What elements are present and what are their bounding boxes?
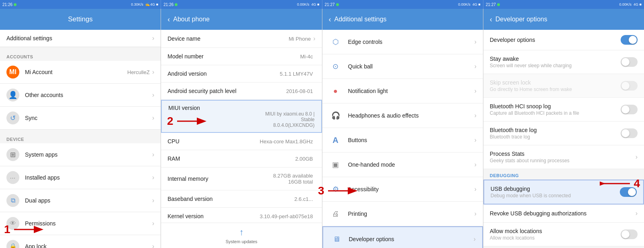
- about-back-btn[interactable]: ‹: [167, 15, 170, 24]
- status-bar-screen2: 21:26 0.00K/s 4G ■: [161, 0, 322, 9]
- revoke-usb-title: Revoke USB debugging authorizations: [490, 210, 636, 217]
- add-item-headphones[interactable]: 🎧 Headphones & audio effects ›: [322, 103, 483, 128]
- mock-loc-toggle[interactable]: [621, 229, 638, 239]
- dev-item-developer-toggle[interactable]: Developer options: [483, 30, 644, 50]
- developer-options-arrow: ›: [473, 236, 475, 243]
- installed-apps-arrow: ›: [152, 174, 154, 181]
- other-accounts-text: Other accounts: [25, 92, 152, 98]
- settings-item-system-apps[interactable]: ⊞ System apps ›: [0, 143, 161, 166]
- about-item-baseband[interactable]: Baseband version 2.6.c1...: [161, 190, 322, 208]
- one-handed-icon: ▣: [329, 158, 343, 172]
- dev-item-bt-hci[interactable]: Bluetooth HCI snoop log Capture all Blue…: [483, 98, 644, 122]
- system-apps-title: System apps: [25, 151, 152, 158]
- about-title: About phone: [173, 16, 210, 23]
- debugging-section-label: DEBUGGING: [483, 169, 644, 180]
- bt-trace-subtitle: Bluetooth trace log: [490, 134, 621, 140]
- stay-awake-toggle[interactable]: [621, 57, 638, 67]
- about-item-cpu[interactable]: CPU Hexa-core Max1.8GHz: [161, 133, 322, 150]
- mi-arrow: ›: [152, 68, 154, 76]
- status-right-3: 0.00K/s 4G ■: [458, 2, 480, 6]
- bt-hci-toggle[interactable]: [621, 105, 638, 114]
- time-4: 21:27: [486, 2, 496, 7]
- other-accounts-title: Other accounts: [25, 92, 152, 98]
- add-item-developer-options[interactable]: 🖥 Developer options ›: [322, 226, 483, 248]
- one-handed-label: One-handed mode: [348, 161, 475, 168]
- developer-back-btn[interactable]: ‹: [490, 15, 492, 24]
- settings-item-dual-apps[interactable]: ⧉ Dual apps ›: [0, 189, 161, 212]
- about-item-android[interactable]: Android version 5.1.1 LMY47V: [161, 65, 322, 83]
- dev-item-revoke-usb[interactable]: Revoke USB debugging authorizations ›: [483, 205, 644, 223]
- lock-icon: 🔒: [6, 240, 19, 248]
- settings-item-additional[interactable]: Additional settings ›: [0, 30, 161, 47]
- mi-text: Mi Account: [25, 69, 127, 75]
- accessibility-arrow: ›: [474, 186, 476, 193]
- printing-icon: 🖨: [329, 207, 343, 221]
- bt-hci-subtitle: Capture all Bluetooth HCI packets in a f…: [490, 110, 621, 116]
- about-item-device-name[interactable]: Device name Mi Phone ›: [161, 30, 322, 48]
- status-bar-screen3: 21:27 0.00K/s 4G ■: [322, 0, 483, 9]
- printing-arrow: ›: [474, 210, 476, 217]
- add-item-one-handed[interactable]: ▣ One-handed mode ›: [322, 153, 483, 177]
- buttons-arrow: ›: [474, 136, 476, 144]
- about-item-ram[interactable]: RAM 2.00GB: [161, 150, 322, 167]
- settings-item-sync[interactable]: ↺ Sync ›: [0, 107, 161, 130]
- add-item-quick-ball[interactable]: ⊙ Quick ball ›: [322, 54, 483, 79]
- miui-value: MIUI by xiaomi.eu 8.0 |Stable8.0.4.0(LXK…: [265, 111, 315, 128]
- process-stats-arrow: ›: [636, 153, 638, 161]
- screen-developer: ‹ Developer options Developer options St…: [483, 9, 644, 248]
- settings-item-mi[interactable]: MI Mi Account HerculleZ ›: [0, 61, 161, 84]
- process-stats-title: Process Stats: [490, 151, 636, 157]
- additional-back-btn[interactable]: ‹: [329, 15, 331, 24]
- screen-settings: Settings Additional settings › ACCOUNTS …: [0, 9, 161, 248]
- notif-icon: ●: [329, 84, 343, 98]
- dot-2: [175, 3, 178, 6]
- settings-item-other-accounts[interactable]: 👤 Other accounts ›: [0, 84, 161, 107]
- buttons-label: Buttons: [348, 137, 475, 143]
- dev-item-mock-locations[interactable]: Allow mock locations Allow mock location…: [483, 223, 644, 246]
- status-right-1: 0.30K/s ✍ 4G ■: [131, 2, 159, 6]
- add-item-edge[interactable]: ⬡ Edge controls ›: [322, 30, 483, 54]
- about-item-miui[interactable]: MIUI version MIUI by xiaomi.eu 8.0 |Stab…: [161, 100, 322, 133]
- sync-text: Sync: [25, 115, 152, 121]
- dev-item-stay-awake[interactable]: Stay awake Screen will never sleep while…: [483, 50, 644, 74]
- system-updates-footer[interactable]: ↑ System updates: [161, 223, 322, 248]
- developer-header: ‹ Developer options: [483, 9, 644, 30]
- system-apps-text: System apps: [25, 151, 152, 158]
- update-icon: ↑: [239, 227, 244, 238]
- dual-icon: ⧉: [6, 194, 19, 207]
- add-item-buttons[interactable]: A Buttons ›: [322, 128, 483, 153]
- developer-toggle[interactable]: [621, 35, 638, 45]
- dev-item-bt-trace[interactable]: Bluetooth trace log Bluetooth trace log: [483, 122, 644, 145]
- dual-apps-text: Dual apps: [25, 197, 152, 204]
- permissions-title: Permissions: [25, 220, 152, 227]
- developer-options-label: Developer options: [349, 236, 474, 242]
- about-item-patch[interactable]: Android security patch level 2016-08-01: [161, 83, 322, 100]
- skip-lock-title: Skip screen lock: [490, 79, 621, 86]
- dev-toggle-title: Developer options: [490, 37, 621, 43]
- usb-debug-text: USB debugging Debug mode when USB is con…: [491, 186, 620, 198]
- status-bar-screen1: 21:26 0.30K/s ✍ 4G ■: [0, 0, 161, 9]
- bt-trace-toggle[interactable]: [621, 128, 638, 138]
- about-item-model[interactable]: Model number Mi-4c: [161, 48, 322, 65]
- notif-light-label: Notification light: [348, 88, 475, 94]
- add-item-accessibility[interactable]: ⚙ Accessibility ›: [322, 177, 483, 202]
- dev-item-process-stats[interactable]: Process Stats Geeky stats about running …: [483, 145, 644, 169]
- mock-loc-title: Allow mock locations: [490, 228, 621, 234]
- other-accounts-arrow: ›: [152, 91, 154, 99]
- quick-ball-arrow: ›: [474, 63, 476, 70]
- settings-item-permissions[interactable]: 👁 Permissions ›: [0, 212, 161, 235]
- settings-item-app-lock[interactable]: 🔒 App lock ›: [0, 235, 161, 248]
- add-item-printing[interactable]: 🖨 Printing ›: [322, 202, 483, 226]
- process-stats-subtitle: Geeky stats about running processes: [490, 158, 636, 163]
- system-apps-arrow: ›: [152, 151, 154, 158]
- headphones-icon: 🎧: [329, 109, 343, 122]
- add-item-notif-light[interactable]: ● Notification light ›: [322, 79, 483, 103]
- dev-item-usb-debug[interactable]: USB debugging Debug mode when USB is con…: [483, 180, 644, 205]
- time-1: 21:26: [2, 2, 12, 7]
- dev-opt-icon: 🖥: [330, 232, 343, 246]
- settings-item-installed-apps[interactable]: ··· Installed apps ›: [0, 166, 161, 189]
- usb-debug-toggle[interactable]: [620, 187, 637, 197]
- headphones-label: Headphones & audio effects: [348, 112, 475, 119]
- about-item-storage[interactable]: Internal memory 8.27GB available16GB tot…: [161, 167, 322, 190]
- permissions-text: Permissions: [25, 220, 152, 227]
